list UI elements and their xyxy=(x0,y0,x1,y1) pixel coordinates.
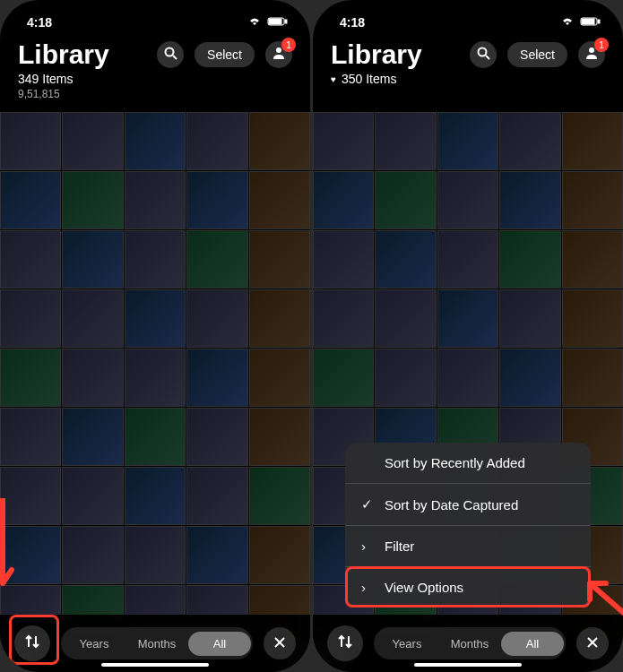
item-count: ♥ 350 Items xyxy=(331,72,605,86)
popup-view-options[interactable]: › View Options xyxy=(345,567,591,607)
profile-button[interactable]: 1 xyxy=(578,41,605,68)
segment-all[interactable]: All xyxy=(501,632,564,656)
status-time: 4:18 xyxy=(27,15,52,30)
close-icon xyxy=(587,635,598,651)
phone-screenshot-right: 4:18 Library Select 1 ♥ 350 Items xyxy=(313,0,623,672)
svg-point-13 xyxy=(589,47,594,53)
status-time: 4:18 xyxy=(340,15,365,30)
sort-arrows-icon xyxy=(24,633,40,653)
segment-all[interactable]: All xyxy=(188,632,251,656)
select-button[interactable]: Select xyxy=(507,42,567,67)
time-segmented-control[interactable]: Years Months All xyxy=(61,627,253,659)
popup-sort-recently-added[interactable]: Sort by Recently Added xyxy=(345,443,591,484)
chevron-right-icon: › xyxy=(361,580,376,595)
popup-sort-date-captured[interactable]: ✓ Sort by Date Captured xyxy=(345,484,591,526)
search-button[interactable] xyxy=(470,41,497,68)
svg-point-11 xyxy=(478,47,486,56)
close-icon xyxy=(274,635,285,651)
wifi-icon xyxy=(560,15,575,30)
close-button[interactable] xyxy=(576,627,609,659)
svg-rect-10 xyxy=(598,20,600,23)
home-indicator[interactable] xyxy=(414,663,522,667)
segment-months[interactable]: Months xyxy=(125,632,188,656)
notification-badge: 1 xyxy=(281,38,296,52)
svg-point-5 xyxy=(276,47,281,53)
search-button[interactable] xyxy=(157,41,184,68)
segment-years[interactable]: Years xyxy=(376,632,438,656)
profile-button[interactable]: 1 xyxy=(265,41,292,68)
notification-badge: 1 xyxy=(594,38,609,52)
popup-item-label: Filter xyxy=(385,538,414,554)
photo-grid[interactable] xyxy=(0,112,310,618)
checkmark-icon: ✓ xyxy=(361,496,376,513)
status-bar: 4:18 xyxy=(0,0,310,36)
popup-filter[interactable]: › Filter xyxy=(345,526,591,567)
battery-icon xyxy=(267,15,289,30)
status-bar: 4:18 xyxy=(313,0,623,36)
sort-arrows-icon xyxy=(337,633,353,653)
segment-months[interactable]: Months xyxy=(438,632,501,656)
close-button[interactable] xyxy=(264,627,296,659)
time-segmented-control[interactable]: Years Months All xyxy=(374,627,566,659)
heart-icon: ♥ xyxy=(331,74,336,84)
svg-line-12 xyxy=(486,56,489,59)
svg-line-4 xyxy=(173,56,177,59)
svg-rect-1 xyxy=(269,19,281,24)
home-indicator[interactable] xyxy=(101,663,209,667)
library-header: Library Select 1 ♥ 350 Items xyxy=(313,36,623,93)
popup-item-label: Sort by Date Captured xyxy=(385,497,518,513)
battery-icon xyxy=(580,15,601,30)
sub-number: 9,51,815 xyxy=(18,88,292,100)
page-title: Library xyxy=(331,39,422,70)
segment-years[interactable]: Years xyxy=(63,632,125,656)
wifi-icon xyxy=(247,15,262,30)
svg-rect-2 xyxy=(285,20,287,23)
popup-item-label: Sort by Recently Added xyxy=(385,455,525,470)
sort-button[interactable] xyxy=(14,625,50,661)
chevron-right-icon: › xyxy=(361,538,376,554)
phone-screenshot-left: 4:18 Library Select 1 349 Items 9,51,815 xyxy=(0,0,310,672)
library-header: Library Select 1 349 Items 9,51,815 xyxy=(0,36,310,108)
search-icon xyxy=(164,47,177,64)
svg-point-3 xyxy=(165,47,173,56)
sort-popup-menu: Sort by Recently Added ✓ Sort by Date Ca… xyxy=(345,443,591,607)
svg-rect-9 xyxy=(582,19,594,24)
page-title: Library xyxy=(18,39,109,70)
sort-button[interactable] xyxy=(327,625,363,661)
popup-item-label: View Options xyxy=(385,580,463,595)
item-count: 349 Items xyxy=(18,72,292,86)
select-button[interactable]: Select xyxy=(195,42,255,67)
search-icon xyxy=(477,47,490,64)
